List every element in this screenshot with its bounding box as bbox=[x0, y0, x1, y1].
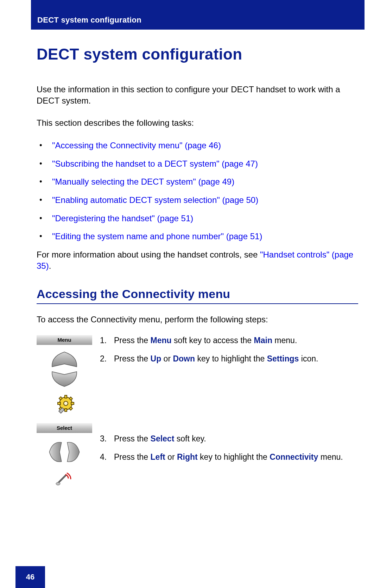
keyword-down: Down bbox=[173, 354, 195, 363]
softkey-menu: Menu bbox=[37, 335, 92, 345]
steps-list: Press the Menu soft key to access the Ma… bbox=[100, 335, 358, 462]
svg-rect-3 bbox=[58, 402, 61, 404]
keyword-select: Select bbox=[151, 434, 175, 443]
keyword-main: Main bbox=[254, 336, 272, 345]
section-intro: To access the Connectivity menu, perform… bbox=[37, 314, 358, 325]
steps-area: Menu bbox=[37, 335, 358, 491]
toc-item[interactable]: "Manually selecting the DECT system" (pa… bbox=[37, 176, 358, 187]
svg-rect-4 bbox=[71, 402, 74, 404]
header-title: DECT system configuration bbox=[37, 16, 141, 25]
connectivity-icon bbox=[47, 471, 82, 487]
step-text: Press the bbox=[114, 354, 151, 363]
step-text: menu. bbox=[318, 452, 343, 462]
softkey-select-label: Select bbox=[57, 425, 72, 432]
toc-item[interactable]: "Subscribing the handset to a DECT syste… bbox=[37, 158, 358, 169]
step-text: or bbox=[165, 452, 177, 462]
keyword-left: Left bbox=[151, 452, 165, 462]
step-text: icon. bbox=[299, 354, 318, 363]
step-text: key to highlight the bbox=[198, 452, 270, 462]
intro-paragraph-1: Use the information in this section to c… bbox=[37, 84, 358, 106]
steps-text-column: Press the Menu soft key to access the Ma… bbox=[100, 335, 358, 491]
more-info-pre: For more information about using the han… bbox=[37, 250, 260, 259]
step-text: Press the bbox=[114, 336, 151, 345]
toc-item[interactable]: "Editing the system name and phone numbe… bbox=[37, 231, 358, 242]
toc-item[interactable]: "Accessing the Connectivity menu" (page … bbox=[37, 140, 358, 151]
step-item: Press the Select soft key. bbox=[100, 433, 358, 444]
page-title: DECT system configuration bbox=[37, 44, 358, 64]
page-header-bar: DECT system configuration bbox=[31, 0, 365, 30]
toc-item[interactable]: "Enabling automatic DECT system selectio… bbox=[37, 194, 358, 206]
step-text: Press the bbox=[114, 452, 151, 462]
step-text: soft key. bbox=[174, 434, 206, 443]
step-text: or bbox=[161, 354, 173, 363]
page-number-badge: 46 bbox=[15, 566, 45, 588]
keyword-connectivity: Connectivity bbox=[270, 452, 318, 462]
keyword-right: Right bbox=[177, 452, 198, 462]
svg-rect-2 bbox=[65, 409, 67, 411]
step-text: menu. bbox=[272, 336, 297, 345]
svg-rect-1 bbox=[65, 395, 67, 398]
more-info-paragraph: For more information about using the han… bbox=[37, 249, 358, 271]
step-text: key to highlight the bbox=[195, 354, 267, 363]
keyword-up: Up bbox=[151, 354, 162, 363]
softkey-select: Select bbox=[37, 423, 92, 433]
step-item: Press the Up or Down key to highlight th… bbox=[100, 353, 358, 364]
section-heading: Accessing the Connectivity menu bbox=[37, 286, 358, 304]
keyword-settings: Settings bbox=[267, 354, 299, 363]
up-down-nav-icon bbox=[47, 350, 82, 389]
toc-list: "Accessing the Connectivity menu" (page … bbox=[37, 140, 358, 242]
svg-point-9 bbox=[64, 401, 68, 406]
icons-column: Menu bbox=[37, 335, 92, 491]
settings-gear-icon bbox=[47, 394, 82, 415]
page-content: DECT system configuration Use the inform… bbox=[37, 41, 358, 491]
step-text: soft key to access the bbox=[172, 336, 254, 345]
step-item: Press the Menu soft key to access the Ma… bbox=[100, 335, 358, 346]
softkey-menu-label: Menu bbox=[57, 336, 71, 343]
step-item: Press the Left or Right key to highlight… bbox=[100, 452, 358, 462]
intro-paragraph-2: This section describes the following tas… bbox=[37, 117, 358, 129]
step-text: Press the bbox=[114, 434, 151, 443]
toc-item[interactable]: "Deregistering the handset" (page 51) bbox=[37, 213, 358, 224]
left-right-nav-icon bbox=[47, 438, 82, 466]
more-info-post: . bbox=[49, 261, 51, 271]
page-number: 46 bbox=[26, 572, 34, 582]
svg-point-10 bbox=[56, 482, 60, 485]
keyword-menu: Menu bbox=[151, 336, 172, 345]
